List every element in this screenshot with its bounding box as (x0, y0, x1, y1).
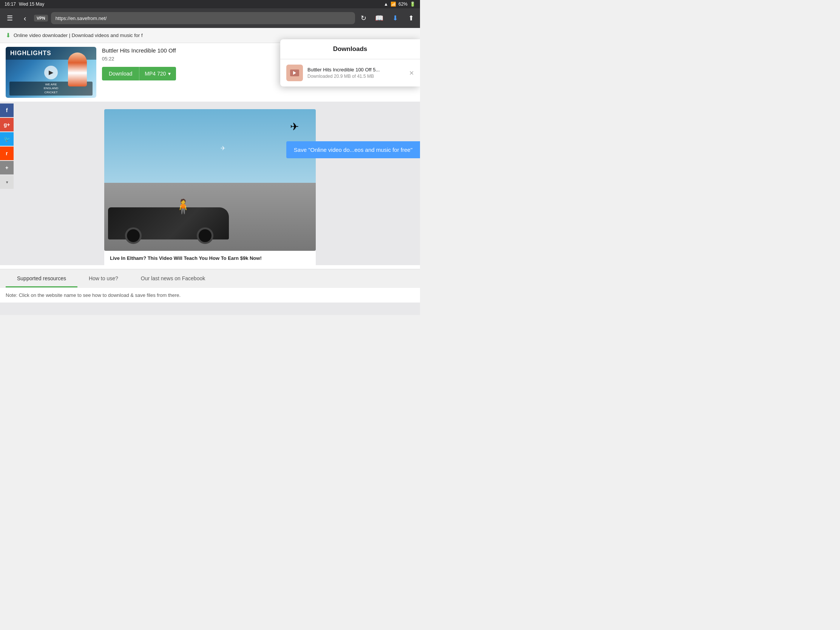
download-item-info: Buttler Hits Incredible 100 Off 5... Dow… (308, 67, 404, 79)
promo-caption: Live In Eltham? This Video Will Teach Yo… (104, 251, 316, 265)
vpn-badge[interactable]: VPN (34, 15, 48, 22)
bookmarks-button[interactable]: 📖 (374, 13, 385, 24)
play-icon (293, 71, 296, 75)
downloads-button[interactable]: ⬇ (390, 13, 400, 24)
status-left: 16:17 Wed 15 May (5, 2, 44, 7)
tabs-section: Supported resources How to use? Our last… (0, 269, 420, 287)
promo-section: ✈ 🧍 ✈ Live In Eltham? This Video Will Te… (0, 102, 420, 265)
reddit-button[interactable]: r (0, 147, 14, 160)
share-more-button[interactable]: + (0, 161, 14, 175)
battery-icon: 🔋 (410, 2, 415, 7)
share-button[interactable]: ⬆ (406, 13, 416, 24)
downloads-title: Downloads (333, 45, 368, 52)
wifi-icon: ▲ (384, 2, 388, 7)
main-content: ⬇ Online video downloader | Download vid… (0, 28, 420, 315)
google-plus-button[interactable]: g+ (0, 118, 14, 131)
downloads-panel-header: Downloads (280, 39, 420, 59)
format-selector[interactable]: MP4 720 ▾ (139, 67, 176, 81)
scroll-down-button[interactable]: ▾ (0, 175, 14, 189)
browser-actions: ↻ 📖 ⬇ ⬆ (358, 13, 416, 24)
downloads-panel: Downloads Buttler Hits Incredible 100 Of… (280, 39, 420, 87)
page-title-bar: Online video downloader | Download video… (14, 33, 143, 38)
url-text: https://en.savefrom.net/ (55, 16, 107, 21)
chevron-down-icon: ▾ (168, 71, 171, 77)
person-figure: 🧍 (174, 198, 192, 215)
address-bar[interactable]: https://en.savefrom.net/ (51, 12, 355, 24)
download-item: Buttler Hits Incredible 100 Off 5... Dow… (280, 59, 420, 87)
back-button[interactable]: ‹ (19, 12, 31, 24)
save-tooltip: Save "Online video do...eos and music fo… (286, 141, 420, 158)
browser-chrome: ☰ ‹ VPN https://en.savefrom.net/ ↻ 📖 ⬇ ⬆ (0, 8, 420, 28)
time: 16:17 (5, 2, 16, 7)
download-item-name: Buttler Hits Incredible 100 Off 5... (308, 67, 404, 73)
play-button[interactable]: ▶ (44, 66, 58, 79)
social-sidebar: f g+ 🐦 r + ▾ (0, 104, 14, 189)
tab-how-to-use[interactable]: How to use? (77, 269, 129, 287)
wifi-status: 📶 (390, 2, 396, 7)
tab-supported-resources[interactable]: Supported resources (6, 269, 77, 287)
status-right: ▲ 📶 62% 🔋 (384, 2, 415, 7)
tab-facebook-news[interactable]: Our last news on Facebook (129, 269, 216, 287)
battery-level: 62% (398, 2, 407, 7)
download-close-button[interactable]: ✕ (409, 69, 414, 77)
plane-decoration: ✈ (290, 120, 299, 133)
facebook-button[interactable]: f (0, 104, 14, 117)
small-plane: ✈ (221, 145, 226, 152)
download-progress: Downloaded 20.9 MB of 41.5 MB (308, 74, 404, 79)
reload-button[interactable]: ↻ (358, 13, 369, 24)
download-item-icon (286, 65, 303, 81)
promo-image: ✈ 🧍 ✈ (104, 109, 316, 251)
bottom-note: Note: Click on the website name to see h… (0, 287, 420, 303)
status-bar: 16:17 Wed 15 May ▲ 📶 62% 🔋 (0, 0, 420, 8)
download-button[interactable]: Download (102, 67, 139, 81)
download-arrow-icon: ⬇ (6, 32, 11, 39)
menu-button[interactable]: ☰ (4, 12, 16, 24)
video-thumbnail: HIGHLIGHTS WE ARE ENGLAND CRICKET ▶ (6, 47, 96, 98)
twitter-button[interactable]: 🐦 (0, 132, 14, 146)
date: Wed 15 May (19, 2, 44, 7)
